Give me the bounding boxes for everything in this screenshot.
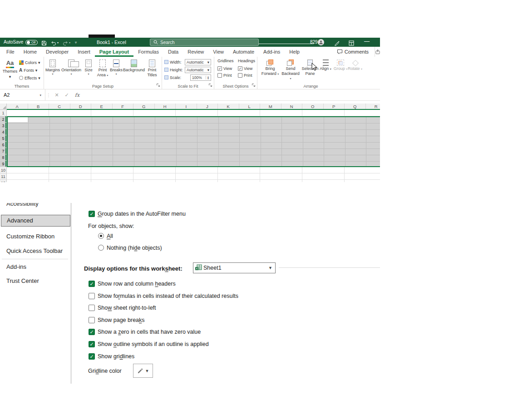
print-titles-button[interactable]: Print Titles [144,58,160,77]
options-sidebar: Accessibility Advanced Customize Ribbon … [0,203,71,384]
quick-access-customize-icon[interactable]: ▿ [75,40,77,44]
sidebar-item-advanced[interactable]: Advanced [1,215,70,227]
cancel-icon[interactable]: ✕ [52,92,62,98]
page-setup-dialog-launcher-icon[interactable] [156,83,160,88]
row-header[interactable]: 11 [0,173,7,180]
tab-home[interactable]: Home [19,47,41,57]
worksheet-icon [195,264,202,272]
fonts-label: Fonts [24,68,34,73]
row-header[interactable]: 8 [0,154,7,161]
themes-button[interactable]: Aa Themes ▾ [2,58,18,85]
rotate-button[interactable]: Rotate ▾ [347,58,363,71]
insert-function-button[interactable]: fx [72,92,83,98]
show-outline-checkbox[interactable]: Show outline symbols if an outline is ap… [89,340,209,348]
effects-button[interactable]: Effects▾ [19,74,40,82]
name-box[interactable]: A2 ▾ [0,89,45,101]
dropdown-arrow-icon[interactable]: ▼ [268,266,272,270]
search-box[interactable] [150,39,259,46]
group-button[interactable]: Group ▾ [333,58,348,71]
search-input[interactable] [160,40,255,45]
tab-insert[interactable]: Insert [73,47,95,57]
width-select[interactable]: Automatic▾ [185,59,211,65]
objects-show-nothing-radio[interactable]: Nothing (hide objects) [98,244,162,252]
breaks-button[interactable]: Breaks▾ [109,58,123,75]
avatar[interactable] [318,39,324,45]
row-header[interactable]: 3 [0,123,7,129]
gridlines-print-checkbox[interactable]: Print [217,72,234,79]
show-rtl-checkbox[interactable]: Show sheet right-to-left [89,304,156,311]
sidebar-item-quick-access-toolbar[interactable]: Quick Access Toolbar [0,246,71,257]
width-label: Width: [170,60,182,64]
worksheet-grid: A B C D E F G H I J K L M N O P Q R [0,104,380,182]
cells-area[interactable] [7,110,380,182]
tab-file[interactable]: File [2,47,19,57]
share-button[interactable] [375,47,380,57]
themes-subbuttons: Colors▾ A Fonts▾ Effects▾ [19,59,40,82]
comments-button[interactable]: Comments [337,47,369,57]
tab-view[interactable]: View [208,47,228,57]
background-icon [131,59,137,67]
sidebar-item-trust-center[interactable]: Trust Center [0,276,71,287]
gridline-color-picker[interactable]: ▼ [133,364,153,378]
row-header[interactable]: 12 [0,180,7,182]
dropdown-arrow-icon[interactable]: ▼ [145,369,149,373]
sheet-options-dialog-launcher-icon[interactable] [252,83,256,88]
formula-input[interactable] [83,89,380,101]
gridline-color-label: Gridline color [88,367,122,375]
tab-page-layout[interactable]: Page Layout [95,47,133,57]
row-header[interactable]: 9 [0,161,7,167]
row-header[interactable]: 5 [0,135,7,142]
spinner-icon[interactable]: ▲▼ [206,76,209,79]
show-page-breaks-checkbox[interactable]: Show page breaks [89,316,145,324]
row-header[interactable]: 10 [0,167,7,173]
orientation-button[interactable]: Orientation▾ [61,58,81,75]
sidebar-item-customize-ribbon[interactable]: Customize Ribbon [0,231,71,242]
row-header[interactable]: 1 [0,110,7,116]
colors-button[interactable]: Colors▾ [19,59,40,66]
height-select[interactable]: Automatic▾ [185,67,211,73]
formula-bar-splitter[interactable]: ⋮ [45,93,52,98]
scale-stepper[interactable]: 100%▲▼ [190,74,211,81]
gridlines-view-checkbox[interactable]: View [217,65,234,72]
background-button[interactable]: Background [123,58,145,72]
redo-dropdown-icon[interactable]: ▾ [69,41,70,44]
show-gridlines-checkbox[interactable]: Show gridlines [89,352,134,360]
headings-view-checkbox[interactable]: View [238,65,255,72]
enter-icon[interactable]: ✓ [62,92,72,98]
autosave-toggle[interactable]: Off [25,40,38,45]
tab-formulas[interactable]: Formulas [133,47,163,57]
show-zero-checkbox[interactable]: Show a zero in cells that have zero valu… [89,328,201,336]
tab-automate[interactable]: Automate [228,47,259,57]
row-header[interactable]: 4 [0,129,7,135]
row-header[interactable]: 7 [0,148,7,154]
worksheet-select[interactable]: Sheet1 ▼ [193,262,276,273]
tab-add-ins[interactable]: Add-ins [259,47,285,57]
tab-help[interactable]: Help [285,47,304,57]
sidebar-item-add-ins[interactable]: Add-ins [0,262,71,272]
row-header[interactable]: 2 [0,116,7,123]
undo-dropdown-icon[interactable]: ▾ [57,41,59,44]
scale-to-fit-dialog-launcher-icon[interactable] [208,83,212,88]
objects-show-all-radio[interactable]: All [98,232,113,240]
tab-review[interactable]: Review [183,47,208,57]
fonts-button[interactable]: A Fonts▾ [19,66,40,74]
bring-forward-button[interactable]: Bring Forward ▾ [261,58,279,76]
select-all-button[interactable] [0,104,7,110]
print-area-button[interactable]: Print Area ▾ [95,58,110,77]
margins-button[interactable]: Margins▾ [45,58,60,75]
show-formulas-checkbox[interactable]: Show formulas in cells instead of their … [89,292,238,300]
send-backward-button[interactable]: Send Backward ▾ [281,58,300,80]
group-dates-checkbox[interactable]: Group dates in the AutoFilter menu [89,210,186,217]
mouse-cursor [311,63,317,71]
headings-print-checkbox[interactable]: Print [238,72,255,79]
size-button[interactable]: Size▾ [82,58,95,75]
tab-data[interactable]: Data [163,47,183,57]
align-button[interactable]: Align ▾ [317,58,334,71]
minimize-button[interactable]: — [364,38,370,44]
show-headers-checkbox[interactable]: Show row and column headers [89,280,176,287]
sidebar-item-accessibility[interactable]: Accessibility [0,203,71,209]
name-box-dropdown-icon[interactable]: ▾ [39,94,41,97]
tab-developer[interactable]: Developer [41,47,73,57]
active-cell-A2[interactable] [8,117,28,122]
row-header[interactable]: 6 [0,142,7,148]
